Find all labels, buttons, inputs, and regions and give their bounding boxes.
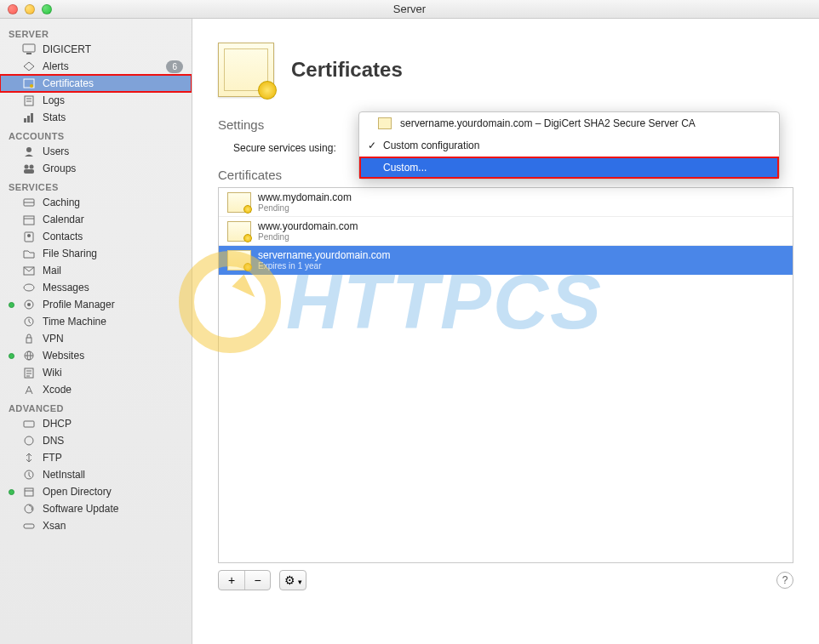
sidebar-item-certificates[interactable]: Certificates — [0, 75, 192, 92]
sidebar-item-caching[interactable]: Caching — [0, 194, 192, 211]
monitor-icon — [22, 43, 36, 55]
logs-icon — [22, 94, 36, 106]
sidebar-item-label: Profile Manager — [43, 299, 183, 311]
secure-services-dropdown[interactable]: servername.yourdomain.com – DigiCert SHA… — [358, 111, 780, 180]
caching-icon — [22, 197, 36, 208]
svg-rect-36 — [25, 488, 33, 496]
contacts-icon — [22, 231, 36, 242]
sidebar-item-label: Mail — [43, 265, 183, 276]
sidebar-item-label: Software Update — [43, 503, 183, 515]
certificate-row[interactable]: servername.yourdomain.comExpires in 1 ye… — [219, 246, 793, 275]
sidebar-item-websites[interactable]: Websites — [0, 347, 192, 364]
gear-icon[interactable]: ⚙▾ — [280, 571, 306, 590]
sidebar-item-label: Caching — [43, 197, 183, 208]
svg-rect-7 — [24, 118, 26, 123]
certificate-status: Pending — [258, 203, 352, 214]
dropdown-option[interactable]: ✓Custom configuration — [359, 134, 779, 157]
sidebar-item-xsan[interactable]: Xsan — [0, 517, 192, 534]
ftp-icon — [22, 452, 36, 464]
sidebar-item-profile-manager[interactable]: Profile Manager — [0, 296, 192, 313]
sidebar-item-open-directory[interactable]: Open Directory — [0, 483, 192, 500]
svg-rect-33 — [24, 421, 34, 427]
sidebar-item-time-machine[interactable]: Time Machine — [0, 313, 192, 330]
svg-rect-25 — [26, 338, 32, 343]
checkmark-icon: ✓ — [368, 140, 376, 151]
sidebar-item-label: File Sharing — [43, 248, 183, 259]
alert-icon — [22, 60, 36, 72]
sidebar-item-xcode[interactable]: Xcode — [0, 381, 192, 398]
svg-rect-1 — [26, 53, 32, 54]
sidebar-item-netinstall[interactable]: NetInstall — [0, 466, 192, 483]
certificate-status: Pending — [258, 232, 358, 242]
sidebar-item-label: Alerts — [43, 60, 159, 72]
dropdown-option-label: Custom configuration — [383, 140, 479, 151]
certificate-name: www.yourdomain.com — [258, 220, 358, 232]
sidebar: SERVERDIGICERTAlerts6CertificatesLogsSta… — [0, 19, 192, 644]
page-title: Certificates — [291, 58, 403, 82]
dropdown-option-label: Custom... — [383, 162, 427, 174]
help-button[interactable]: ? — [776, 572, 793, 589]
sidebar-item-stats[interactable]: Stats — [0, 109, 192, 126]
sidebar-item-digicert[interactable]: DIGICERT — [0, 41, 192, 58]
dropdown-option[interactable]: Custom... — [359, 157, 779, 179]
add-button[interactable]: + — [219, 571, 244, 590]
sidebar-item-contacts[interactable]: Contacts — [0, 228, 192, 245]
sidebar-item-users[interactable]: Users — [0, 143, 192, 160]
dhcp-icon — [22, 418, 36, 430]
sidebar-item-label: VPN — [43, 333, 183, 345]
svg-rect-39 — [24, 524, 34, 528]
sidebar-section-server: SERVER — [0, 24, 192, 41]
sidebar-section-services: SERVICES — [0, 177, 192, 194]
sidebar-item-label: Users — [43, 145, 183, 157]
sidebar-item-mail[interactable]: Mail — [0, 262, 192, 279]
cert-icon — [22, 77, 36, 89]
sidebar-item-label: Xcode — [43, 384, 183, 396]
sidebar-item-label: Stats — [43, 111, 183, 123]
sidebar-item-dhcp[interactable]: DHCP — [0, 415, 192, 432]
sidebar-item-dns[interactable]: DNS — [0, 432, 192, 449]
messages-icon — [22, 282, 36, 294]
fileshare-icon — [22, 248, 36, 259]
dropdown-option[interactable]: servername.yourdomain.com – DigiCert SHA… — [359, 112, 779, 134]
sidebar-item-label: FTP — [43, 452, 183, 464]
certificates-list[interactable]: www.mydomain.comPendingwww.yourdomain.co… — [218, 187, 793, 563]
sidebar-item-calendar[interactable]: Calendar — [0, 211, 192, 228]
sidebar-item-wiki[interactable]: Wiki — [0, 364, 192, 381]
certificate-row[interactable]: www.yourdomain.comPending — [219, 217, 793, 246]
wiki-icon — [22, 367, 36, 379]
user-icon — [22, 145, 36, 157]
xsan-icon — [22, 520, 36, 532]
sidebar-item-label: Open Directory — [43, 486, 183, 498]
sidebar-section-advanced: ADVANCED — [0, 398, 192, 415]
certificate-row[interactable]: www.mydomain.comPending — [219, 188, 793, 217]
sidebar-item-ftp[interactable]: FTP — [0, 449, 192, 466]
sidebar-item-logs[interactable]: Logs — [0, 92, 192, 109]
svg-point-10 — [26, 147, 32, 152]
secure-services-label: Secure services using: — [233, 142, 336, 154]
xcode-icon — [22, 384, 36, 396]
certificate-status: Expires in 1 year — [258, 261, 390, 271]
sidebar-item-software-update[interactable]: Software Update — [0, 500, 192, 517]
sidebar-section-accounts: ACCOUNTS — [0, 126, 192, 143]
sidebar-item-alerts[interactable]: Alerts6 — [0, 58, 192, 75]
svg-point-19 — [27, 234, 31, 237]
svg-point-21 — [24, 284, 34, 291]
svg-rect-9 — [31, 113, 33, 123]
svg-point-23 — [27, 303, 31, 306]
sidebar-item-file-sharing[interactable]: File Sharing — [0, 245, 192, 262]
remove-button[interactable]: − — [244, 571, 270, 590]
stats-icon — [22, 111, 36, 123]
sidebar-item-messages[interactable]: Messages — [0, 279, 192, 296]
timemachine-icon — [22, 316, 36, 328]
window-title: Server — [0, 3, 819, 15]
svg-point-34 — [25, 436, 33, 445]
sidebar-item-groups[interactable]: Groups — [0, 160, 192, 177]
svg-rect-8 — [27, 116, 30, 123]
add-remove-segment: + − — [218, 570, 271, 590]
svg-rect-0 — [23, 44, 35, 52]
window-titlebar: Server — [0, 0, 819, 19]
sidebar-item-vpn[interactable]: VPN — [0, 330, 192, 347]
certificate-icon — [378, 117, 392, 129]
action-menu[interactable]: ⚙▾ — [279, 570, 306, 590]
sidebar-item-label: Websites — [43, 350, 183, 362]
